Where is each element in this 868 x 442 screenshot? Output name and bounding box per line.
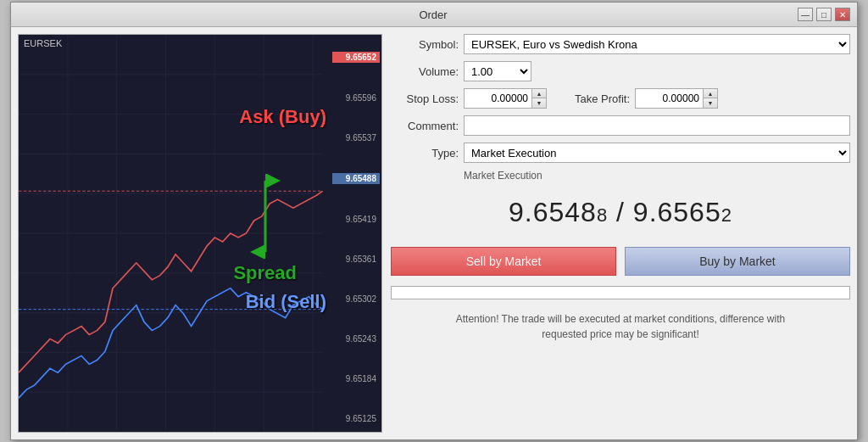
symbol-select[interactable]: EURSEK, Euro vs Swedish Krona: [464, 34, 850, 54]
ask-price-tick: 9.65652: [332, 52, 380, 63]
price-separator: /: [616, 197, 633, 227]
price-tick-2: 9.65537: [332, 133, 380, 143]
restore-button[interactable]: □: [816, 8, 832, 21]
comment-label: Comment:: [391, 120, 459, 132]
take-profit-spinbox-btns: ▲ ▼: [703, 88, 718, 109]
bid-price-main: 9.6548: [509, 197, 597, 227]
price-tick-9: 9.65125: [332, 414, 380, 423]
chart-panel: EURSEK: [18, 34, 382, 433]
title-bar: Order — □ ✕: [11, 3, 857, 27]
comment-row: Comment:: [391, 115, 850, 136]
take-profit-label: Take Profit:: [562, 92, 630, 105]
stoploss-takeprofit-row: Stop Loss: ▲ ▼ Take Profit: ▲ ▼: [391, 88, 850, 109]
chart-symbol-label: EURSEK: [24, 38, 62, 48]
close-button[interactable]: ✕: [835, 8, 850, 21]
price-display: 9.65488 / 9.65652: [391, 188, 850, 237]
price-tick-8: 9.65184: [332, 374, 380, 383]
ask-label: Ask (Buy): [239, 106, 326, 128]
action-buttons: Sell by Market Buy by Market: [391, 243, 850, 279]
ask-price-main: 9.6565: [633, 197, 721, 227]
spread-arrow-svg: [248, 174, 282, 259]
spread-label: Spread: [233, 174, 297, 284]
take-profit-input[interactable]: [635, 88, 703, 109]
sell-by-market-button[interactable]: Sell by Market: [391, 247, 616, 276]
window-controls: — □ ✕: [798, 8, 850, 21]
bid-price-tick: 9.65488: [332, 173, 380, 184]
stop-loss-up-btn[interactable]: ▲: [532, 89, 546, 98]
stop-loss-label: Stop Loss:: [391, 92, 459, 105]
type-row: Type: Market Execution: [391, 143, 850, 163]
price-axis: 9.65652 9.65596 9.65537 9.65488 9.65419 …: [331, 35, 381, 432]
bid-label: Bid (Sell): [246, 291, 326, 313]
take-profit-up-btn[interactable]: ▲: [704, 89, 717, 98]
ask-price-small: 2: [721, 204, 732, 226]
stop-loss-down-btn[interactable]: ▼: [532, 98, 546, 108]
price-tick-6: 9.65302: [332, 294, 380, 304]
symbol-row: Symbol: EURSEK, Euro vs Swedish Krona: [391, 34, 850, 54]
take-profit-down-btn[interactable]: ▼: [704, 98, 717, 108]
volume-row: Volume: 1.00: [391, 61, 850, 81]
take-profit-spinbox: ▲ ▼: [635, 88, 718, 109]
stop-loss-spinbox-btns: ▲ ▼: [531, 88, 547, 109]
order-window: Order — □ ✕ EURSEK: [10, 2, 858, 440]
volume-label: Volume:: [391, 65, 459, 78]
bid-price-small: 8: [597, 204, 608, 226]
window-title: Order: [69, 8, 798, 21]
price-tick-5: 9.65361: [332, 255, 380, 264]
buy-by-market-button[interactable]: Buy by Market: [625, 247, 850, 276]
window-body: EURSEK: [11, 27, 857, 439]
stop-loss-spinbox: ▲ ▼: [464, 88, 547, 109]
chart-svg: [19, 35, 381, 432]
market-execution-label: Market Execution: [391, 170, 850, 182]
progress-bar: [391, 286, 850, 299]
stop-loss-input[interactable]: [464, 88, 531, 109]
spread-arrow: [248, 174, 282, 259]
price-tick-4: 9.65419: [332, 215, 380, 224]
type-select[interactable]: Market Execution: [464, 143, 850, 163]
volume-select[interactable]: 1.00: [464, 61, 531, 81]
minimize-button[interactable]: —: [798, 8, 813, 21]
comment-input[interactable]: [464, 115, 850, 136]
type-label: Type:: [391, 147, 459, 159]
price-tick-1: 9.65596: [332, 93, 380, 103]
symbol-label: Symbol:: [391, 38, 459, 51]
price-tick-7: 9.65243: [332, 334, 380, 344]
attention-text: Attention! The trade will be executed at…: [391, 306, 850, 347]
form-panel: Symbol: EURSEK, Euro vs Swedish Krona Vo…: [391, 34, 850, 433]
